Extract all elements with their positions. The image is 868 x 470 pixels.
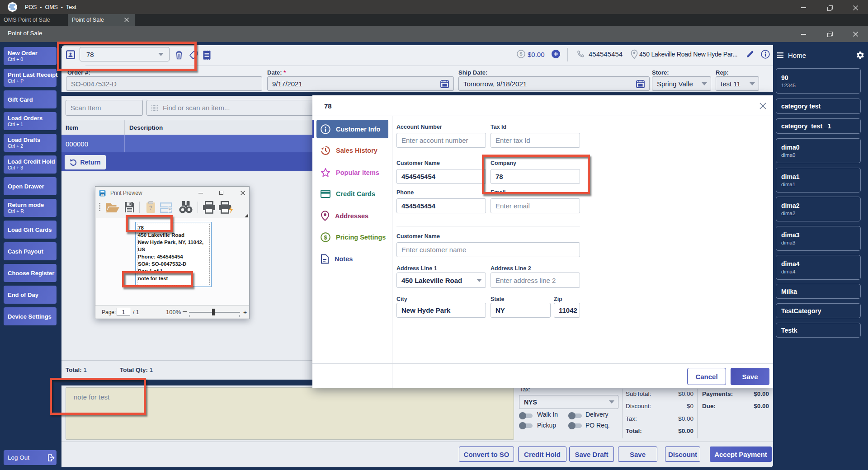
svg-text:?: ?	[149, 205, 152, 211]
svg-text:$: $	[519, 51, 523, 56]
svg-text:$: $	[324, 234, 327, 240]
